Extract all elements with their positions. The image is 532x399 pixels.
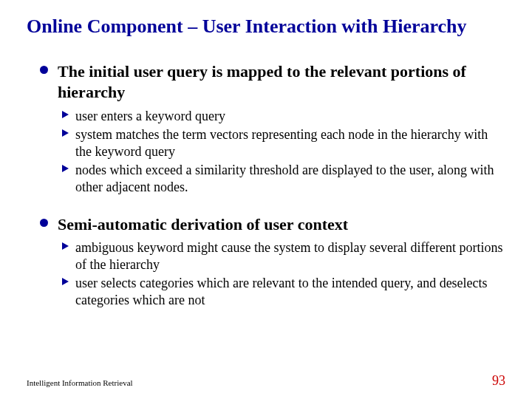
bullet-arrow-icon [62, 129, 69, 137]
page-number: 93 [492, 373, 505, 389]
slide-title: Online Component – User Interaction with… [27, 15, 505, 38]
bullet-level1: The initial user query is mapped to the … [40, 61, 505, 103]
bullet-level2: ambiguous keyword might cause the system… [62, 239, 505, 273]
bullet-level2-text: nodes which exceed a similarity threshol… [75, 162, 505, 195]
bullet-level2-text: user enters a keyword query [75, 108, 505, 125]
bullet-dot-icon [40, 66, 48, 74]
bullet-level1: Semi-automatic derivation of user contex… [40, 214, 505, 235]
sub-bullet-group: ambiguous keyword might cause the system… [40, 239, 505, 308]
bullet-level2-text: user selects categories which are releva… [75, 275, 505, 308]
sub-bullet-group: user enters a keyword query system match… [40, 108, 505, 196]
bullet-level1-text: Semi-automatic derivation of user contex… [58, 214, 505, 235]
bullet-arrow-icon [62, 111, 69, 118]
bullet-arrow-icon [62, 242, 69, 250]
bullet-level2: user selects categories which are releva… [62, 275, 505, 308]
bullet-level1-text: The initial user query is mapped to the … [58, 61, 505, 103]
slide: Online Component – User Interaction with… [0, 0, 532, 308]
bullet-level2-text: system matches the term vectors represen… [75, 126, 505, 160]
bullet-list: The initial user query is mapped to the … [27, 61, 505, 308]
bullet-dot-icon [40, 219, 48, 227]
bullet-level2: user enters a keyword query [62, 108, 505, 125]
bullet-level2: nodes which exceed a similarity threshol… [62, 162, 505, 195]
bullet-level2-text: ambiguous keyword might cause the system… [75, 239, 505, 273]
bullet-level2: system matches the term vectors represen… [62, 126, 505, 160]
bullet-arrow-icon [62, 278, 69, 285]
footer-text: Intelligent Information Retrieval [27, 378, 133, 387]
bullet-arrow-icon [62, 165, 69, 172]
